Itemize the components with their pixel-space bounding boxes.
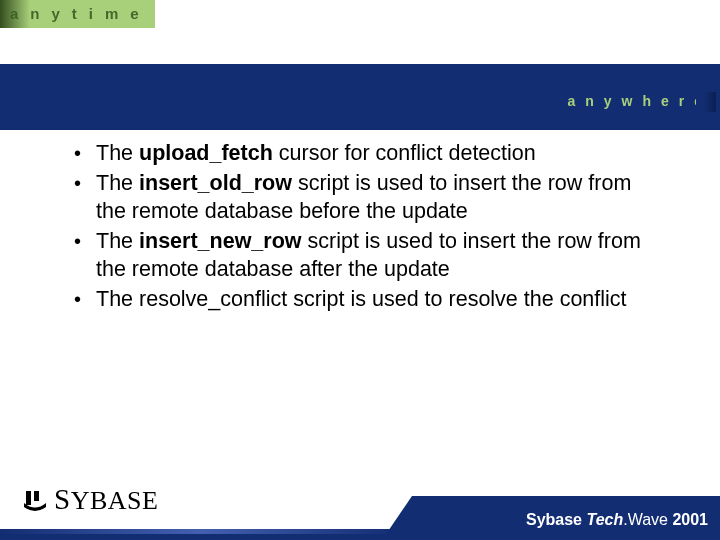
bullet-item: The insert_old_row script is used to ins… — [72, 170, 662, 226]
body-content: The upload_fetch cursor for conflict det… — [72, 140, 662, 316]
footer-bar-accent — [0, 529, 400, 534]
anytime-text: anytime — [0, 0, 155, 22]
sybase-logo-icon — [22, 489, 48, 511]
slide: anytime Statement-based Conflicts anywhe… — [0, 0, 720, 540]
sybase-logo: SYBASE — [22, 483, 158, 516]
anywhere-text: anywhere — [567, 93, 712, 109]
footer-text: Sybase Tech.Wave 2001 — [526, 511, 708, 529]
svg-rect-0 — [26, 491, 31, 505]
footer-bar — [0, 534, 412, 540]
bullet-item: The insert_new_row script is used to ins… — [72, 228, 662, 284]
svg-rect-1 — [34, 491, 39, 501]
top-anytime-graphic: anytime — [0, 0, 155, 28]
footer-wedge — [382, 496, 412, 540]
bullet-item: The upload_fetch cursor for conflict det… — [72, 140, 662, 168]
bullet-item: The resolve_conflict script is used to r… — [72, 286, 662, 314]
footer-block: Sybase Tech.Wave 2001 — [412, 496, 720, 540]
sybase-logo-text: SYBASE — [54, 483, 158, 516]
anywhere-graphic: anywhere — [567, 92, 712, 110]
